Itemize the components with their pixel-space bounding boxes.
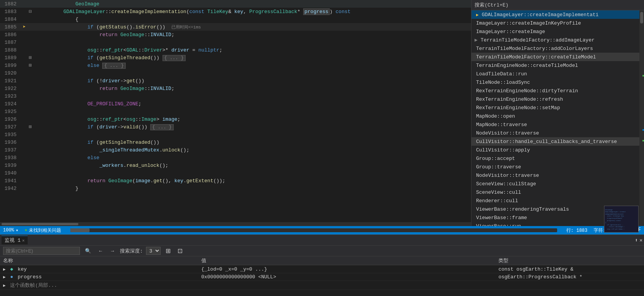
call-stack-item-21[interactable]: SceneView::cull <box>471 188 639 196</box>
call-stack-label-10: RexTerrainEngineNode::refresh <box>476 96 563 102</box>
line-num-1882: 1882 <box>0 1 21 7</box>
call-stack-item-7[interactable]: LoadTileData::run <box>471 70 639 78</box>
col-header-name: 名称 <box>0 256 198 265</box>
tab-watch-1-label: 监视 1 <box>5 237 21 244</box>
code-1927: if (driver->valid()) { ... } <box>33 118 471 136</box>
call-stack-item-16[interactable]: CullVisitor::apply <box>471 146 639 154</box>
call-stack-item-11[interactable]: RexTerrainEngineNode::setMap <box>471 103 639 112</box>
locals-name-text: 这个函数帧(局部... <box>10 283 57 288</box>
code-line-1899: 1899 ⊞ else { ... } <box>0 62 471 69</box>
code-line-1924: 1924 OE_PROFILING_ZONE; <box>0 100 471 108</box>
call-stack-label-11: RexTerrainEngineNode::setMap <box>476 105 560 111</box>
call-stack-item-3[interactable]: ▶ TerrainTileModelFactory::addImageLayer <box>471 36 639 44</box>
expand-locals[interactable]: ▶ <box>3 283 6 288</box>
call-stack-label-13: MapNode::traverse <box>476 122 527 128</box>
bottom-search-input[interactable] <box>3 247 80 255</box>
main-area: 1882 GeoImage 1883 ⊟ GDALImageLayer::cre… <box>0 0 644 226</box>
call-stack-label-9: RexTerrainEngineNode::dirtyTerrain <box>476 88 578 94</box>
code-line-1886: 1886 return GeoImage::INVALID; <box>0 31 471 38</box>
panel-expand-icon[interactable]: ⬆ <box>635 237 638 243</box>
zoom-dropdown-icon[interactable]: ▾ <box>16 228 18 233</box>
expand-1889[interactable]: ⊞ <box>27 55 33 61</box>
grid-btn-1[interactable]: ⊞ <box>164 246 173 256</box>
progress-name-text: progress <box>18 274 41 280</box>
forward-btn[interactable]: → <box>108 247 117 255</box>
code-1939: _workers.read_unlock(); <box>33 157 471 174</box>
line-num-1942: 1942 <box>0 186 21 191</box>
call-stack-item-0[interactable]: ▶ GDALImageLayer::createImageImplementat… <box>471 10 639 19</box>
scroll-highlight-blue <box>642 129 644 131</box>
line-num-1940: 1940 <box>0 170 21 176</box>
code-1899: else { ... } <box>33 57 471 74</box>
call-stack-label-4: TerrainTileModelFactory::addColorLayers <box>476 46 593 52</box>
expand-key[interactable]: ▶ <box>3 267 6 272</box>
call-stack-item-18[interactable]: Group::traverse <box>471 163 639 171</box>
code-editor: 1882 GeoImage 1883 ⊟ GDALImageLayer::cre… <box>0 0 471 226</box>
expand-1927[interactable]: ⊞ <box>27 124 33 130</box>
line-num-1927: 1927 <box>0 124 21 130</box>
call-stack-label-16: CullVisitor::apply <box>476 147 530 153</box>
status-zoom[interactable]: 100% ▾ <box>3 228 18 233</box>
call-stack-item-13[interactable]: MapNode::traverse <box>471 120 639 129</box>
thumbnail-content: GeoImage GDALImageLayer::create ImageImp… <box>604 206 638 226</box>
tab-watch-1-close[interactable]: ✕ <box>22 238 25 243</box>
call-stack-list: ▶ GDALImageLayer::createImageImplementat… <box>471 10 639 226</box>
scroll-thumb[interactable] <box>640 12 643 23</box>
row-info: 行: 1883 <box>566 227 588 234</box>
scroll-highlight-green-2 <box>642 140 644 141</box>
call-stack-label-14: NodeVisitor::traverse <box>476 130 539 136</box>
expand-1899[interactable]: ⊞ <box>27 62 33 68</box>
call-stack-item-2[interactable]: ImageLayer::createImage <box>471 27 639 36</box>
line-num-1937: 1937 <box>0 147 21 153</box>
code-line-1927: 1927 ⊞ if (driver->valid()) { ... } <box>0 123 471 131</box>
depth-select[interactable]: 1 2 3 4 5 <box>146 247 161 255</box>
call-stack-label-1: ImageLayer::createImageInKeyProfile <box>476 20 581 26</box>
call-stack-item-20[interactable]: SceneView::cullStage <box>471 180 639 188</box>
panel-close-icon[interactable]: ✕ <box>639 237 642 243</box>
line-num-1899: 1899 <box>0 63 21 68</box>
call-stack-item-15[interactable]: CullVisitor::handle_cull_callbacks_and_t… <box>471 137 639 146</box>
expand-1883[interactable]: ⊟ <box>27 8 33 15</box>
right-panel-scroll: ▶ GDALImageLayer::createImageImplementat… <box>471 10 644 226</box>
call-stack-item-9[interactable]: RexTerrainEngineNode::dirtyTerrain <box>471 86 639 95</box>
line-num-1924: 1924 <box>0 101 21 107</box>
tab-watch-1[interactable]: 监视 1 ✕ <box>2 236 28 244</box>
row-key-name[interactable]: ▶ ◆ key <box>0 265 198 273</box>
scroll-area-status[interactable] <box>70 228 557 232</box>
horizontal-scrollbar[interactable] <box>0 222 471 226</box>
call-stack-item-5[interactable]: TerrainTileModelFactory::createTileModel <box>471 53 639 61</box>
call-stack-item-8[interactable]: TileNode::loadSync <box>471 78 639 86</box>
call-stack-item-12[interactable]: MapNode::open <box>471 112 639 120</box>
call-stack-item-4[interactable]: TerrainTileModelFactory::addColorLayers <box>471 44 639 53</box>
call-stack-item-22[interactable]: Renderer::cull <box>471 196 639 205</box>
bottom-toolbar: 🔍 ← → 搜索深度: 1 2 3 4 5 ⊞ ⊡ <box>0 246 644 256</box>
col-header-value: 值 <box>198 256 496 265</box>
call-stack-item-6[interactable]: TerrainEngineNode::createTileModel <box>471 61 639 70</box>
key-struct-icon: ◆ <box>10 266 13 272</box>
call-stack-label-6: TerrainEngineNode::createTileModel <box>476 63 578 68</box>
search-icon-btn[interactable]: 🔍 <box>83 247 93 255</box>
call-stack-item-10[interactable]: RexTerrainEngineNode::refresh <box>471 95 639 103</box>
call-stack-item-17[interactable]: Group::accept <box>471 154 639 163</box>
call-stack-label-19: NodeVisitor::traverse <box>476 173 539 178</box>
call-stack-item-14[interactable]: NodeVisitor::traverse <box>471 129 639 137</box>
call-stack-label-5: TerrainTileModelFactory::createTileModel <box>476 54 596 60</box>
line-num-1921: 1921 <box>0 78 21 84</box>
line-num-1938: 1938 <box>0 155 21 161</box>
right-scrollbar[interactable] <box>639 10 644 226</box>
arrow-1885: ➤ <box>21 24 27 30</box>
line-num-1887: 1887 <box>0 40 21 45</box>
scroll-thumb-status[interactable] <box>70 228 90 232</box>
scrollbar-thumb-h[interactable] <box>2 223 78 225</box>
row-progress-name[interactable]: ▶ ● progress <box>0 273 198 281</box>
bottom-watch-content: 名称 值 类型 ▶ ◆ key {_lod=0 _x=0 _y=0 ...} c… <box>0 256 644 296</box>
call-stack-label-24: ViewerBase::frame <box>476 215 527 221</box>
row-locals-name[interactable]: ▶ 这个函数帧(局部... <box>0 281 198 290</box>
call-stack-item-1[interactable]: ImageLayer::createImageInKeyProfile <box>471 19 639 27</box>
call-stack-label-17: Group::accept <box>476 156 515 161</box>
back-btn[interactable]: ← <box>96 247 105 255</box>
grid-btn-2[interactable]: ⊡ <box>176 246 184 256</box>
call-stack-item-19[interactable]: NodeVisitor::traverse <box>471 171 639 180</box>
bottom-panel: 监视 1 ✕ ⬆ ✕ 🔍 ← → 搜索深度: 1 2 3 4 5 ⊞ ⊡ 名称 … <box>0 234 644 296</box>
expand-progress[interactable]: ▶ <box>3 275 6 279</box>
